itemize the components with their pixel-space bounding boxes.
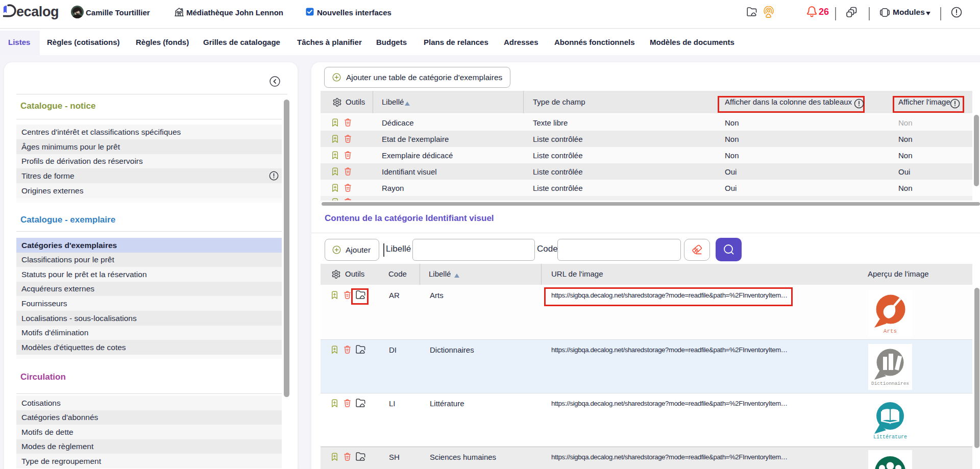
svg-text:Arts: Arts (884, 328, 897, 334)
svg-text:Littérature: Littérature (873, 434, 907, 440)
svg-text:Dictionnaires: Dictionnaires (871, 381, 909, 386)
svg-text:ecalog: ecalog (16, 4, 59, 19)
